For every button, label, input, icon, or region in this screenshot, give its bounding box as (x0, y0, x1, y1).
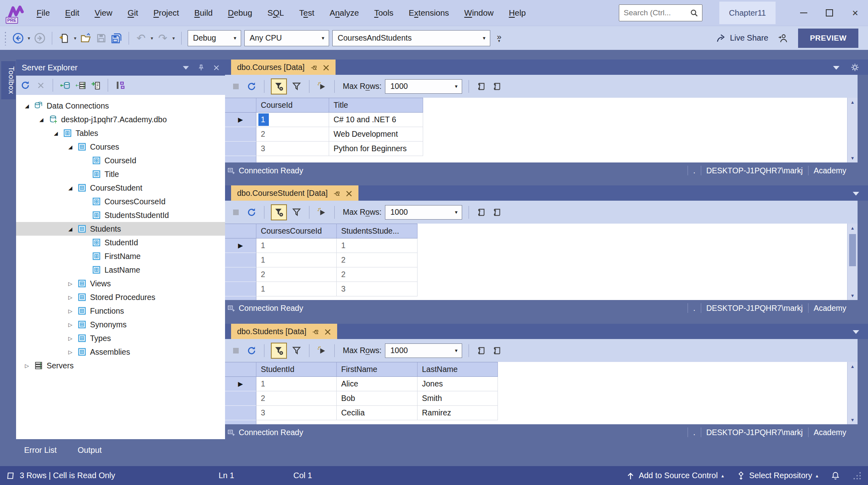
tree-item-coursescourseid[interactable]: CoursesCourseId (16, 195, 225, 208)
grid-cell[interactable]: Ramirez (418, 406, 498, 420)
add-to-source-control-button[interactable]: Add to Source Control ▴ (626, 471, 724, 480)
menu-extensions[interactable]: Extensions (401, 0, 457, 26)
column-header-title[interactable]: Title (329, 98, 423, 113)
redo-button[interactable]: ↷ (157, 32, 169, 45)
script-changes-to-file-button[interactable] (491, 80, 503, 92)
script-changes-button[interactable] (475, 345, 487, 357)
new-row[interactable] (225, 296, 858, 300)
output-tab[interactable]: Output (78, 446, 102, 455)
scroll-up-icon[interactable]: ▲ (848, 100, 858, 105)
connect-to-server-button[interactable] (74, 79, 86, 91)
grid-cell[interactable]: 1 (256, 113, 329, 127)
menu-sql[interactable]: SQL (260, 0, 292, 26)
max-rows-select[interactable]: 1000▾ (385, 79, 462, 94)
tree-expanded-arrow-icon[interactable]: ◢ (63, 185, 78, 191)
pin-icon[interactable] (198, 64, 205, 71)
tree-expanded-arrow-icon[interactable]: ◢ (49, 130, 63, 136)
undo-dropdown-icon[interactable]: ▾ (151, 35, 153, 41)
scroll-down-icon[interactable]: ▼ (848, 156, 858, 160)
menu-analyze[interactable]: Analyze (322, 0, 366, 26)
tree-collapsed-arrow-icon[interactable]: ▷ (63, 322, 78, 328)
row-selector[interactable] (225, 127, 256, 142)
vertical-scrollbar[interactable]: ▲▼ (847, 224, 858, 300)
tree-collapsed-arrow-icon[interactable]: ▷ (63, 294, 78, 300)
tree-collapsed-arrow-icon[interactable]: ▷ (63, 308, 78, 314)
row-selector[interactable]: ▶ (225, 113, 256, 127)
tree-item-functions[interactable]: ▷Functions (16, 304, 225, 318)
close-tab-icon[interactable] (323, 64, 330, 71)
stop-button[interactable] (230, 80, 242, 92)
grid-cell[interactable]: 2 (337, 253, 418, 267)
column-header-courseid[interactable]: CourseId (256, 98, 329, 113)
max-rows-select[interactable]: 1000▾ (385, 343, 462, 358)
tree-item-desktop-j1pqhr7-academy-dbo[interactable]: ◢desktop-j1pqhr7.Academy.dbo (16, 113, 225, 126)
open-file-button[interactable] (80, 32, 92, 44)
menu-build[interactable]: Build (187, 0, 221, 26)
scroll-up-icon[interactable]: ▲ (848, 226, 858, 230)
tree-expanded-arrow-icon[interactable]: ◢ (20, 103, 34, 109)
tree-item-studentsstudentid[interactable]: StudentsStudentId (16, 208, 225, 222)
grid-cell[interactable]: 3 (337, 282, 418, 296)
tree-item-firstname[interactable]: FirstName (16, 249, 225, 263)
close-icon[interactable] (213, 65, 219, 71)
column-header-firstname[interactable]: FirstName (337, 362, 418, 377)
tree-item-types[interactable]: ▷Types (16, 331, 225, 345)
row-selector[interactable]: ▶ (225, 377, 256, 391)
toolbox-tab[interactable]: Toolbox (1, 61, 16, 99)
script-changes-to-file-button[interactable] (491, 206, 503, 218)
tree-item-title[interactable]: Title (16, 167, 225, 181)
tree-item-assemblies[interactable]: ▷Assemblies (16, 345, 225, 359)
filter-button[interactable] (291, 345, 303, 357)
grid-cell[interactable]: 1 (256, 282, 337, 296)
resize-grip-icon[interactable] (853, 471, 862, 480)
pin-icon[interactable] (312, 328, 319, 335)
pin-icon[interactable] (333, 190, 340, 197)
back-dropdown-icon[interactable]: ▾ (28, 35, 30, 41)
toolbar-grip[interactable] (4, 31, 7, 45)
close-button[interactable]: × (842, 0, 868, 26)
grid-cell[interactable]: 3 (256, 406, 337, 420)
redo-dropdown-icon[interactable]: ▾ (172, 35, 175, 41)
menu-view[interactable]: View (87, 0, 120, 26)
minimize-button[interactable] (791, 0, 817, 26)
close-tab-icon[interactable] (346, 190, 352, 197)
menu-edit[interactable]: Edit (57, 0, 87, 26)
max-rows-select[interactable]: 1000▾ (385, 205, 462, 220)
tree-item-stored-procedures[interactable]: ▷Stored Procedures (16, 290, 225, 304)
view-hierarchy-button[interactable] (114, 79, 126, 91)
script-changes-to-file-button[interactable] (491, 345, 503, 357)
startup-project-select[interactable]: CoursesAndStudents▾ (332, 30, 490, 46)
search-input[interactable] (624, 8, 687, 17)
row-selector[interactable]: ▶ (225, 238, 256, 253)
tree-collapsed-arrow-icon[interactable]: ▷ (63, 349, 78, 355)
tree-expanded-arrow-icon[interactable]: ◢ (63, 144, 78, 150)
tree-item-coursestudent[interactable]: ◢CourseStudent (16, 181, 225, 195)
remove-filter-button[interactable] (271, 204, 287, 220)
tab-dbo-coursestudent-data[interactable]: dbo.CourseStudent [Data] (231, 185, 358, 201)
tree-expanded-arrow-icon[interactable]: ◢ (63, 226, 78, 232)
live-share-button[interactable]: Live Share (716, 33, 768, 43)
row-selector[interactable] (225, 406, 256, 420)
new-row[interactable] (225, 420, 858, 424)
notifications-bell-icon[interactable] (831, 471, 840, 480)
scrollbar-thumb[interactable] (849, 234, 856, 266)
menu-test[interactable]: Test (292, 0, 322, 26)
row-selector-header[interactable] (225, 362, 256, 377)
grid-cell[interactable]: 2 (256, 267, 337, 282)
grid-cell[interactable]: Cecilia (337, 406, 418, 420)
row-selector[interactable] (225, 282, 256, 296)
tree-item-courses[interactable]: ◢Courses (16, 140, 225, 154)
stop-refresh-button[interactable] (35, 79, 47, 91)
filter-button[interactable] (291, 80, 303, 92)
close-tab-icon[interactable] (324, 328, 331, 335)
preview-button[interactable]: PREVIEW (798, 29, 858, 48)
vertical-scrollbar[interactable]: ▲▼ (847, 362, 858, 424)
tab-dbo-courses-data[interactable]: dbo.Courses [Data] (231, 60, 336, 75)
row-selector-header[interactable] (225, 98, 256, 113)
row-selector[interactable] (225, 142, 256, 156)
save-all-button[interactable] (111, 32, 123, 44)
menu-project[interactable]: Project (146, 0, 187, 26)
grid-cell[interactable]: 1 (337, 238, 418, 253)
statusbar-line-number[interactable]: Ln 1 (219, 471, 234, 480)
refresh-button[interactable] (246, 345, 258, 357)
